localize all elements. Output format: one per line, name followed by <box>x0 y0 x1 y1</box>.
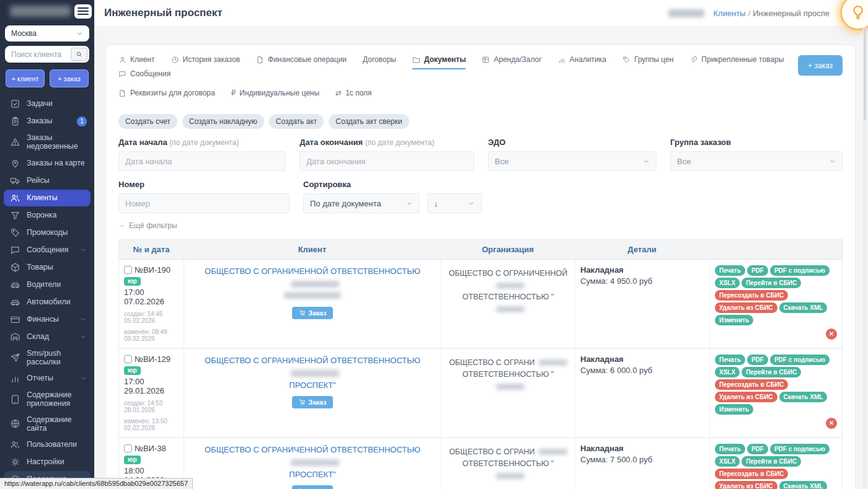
client-link[interactable]: ОБЩЕСТВО С ОГРАНИЧЕННОЙ ОТВЕТСТВЕННОСТЬЮ… <box>189 355 436 392</box>
sidebar-item[interactable]: Водители <box>4 276 91 293</box>
action-button[interactable]: Изменить <box>715 404 753 415</box>
tab[interactable]: История заказов <box>171 55 241 69</box>
tab[interactable]: Документы <box>412 55 466 69</box>
column-header: № и дата <box>119 240 184 259</box>
action-button[interactable]: PDF <box>747 355 768 365</box>
action-button[interactable]: Печать <box>715 265 745 276</box>
sidebar-item[interactable]: Финансы <box>4 311 91 328</box>
tab[interactable]: Аналитика <box>558 55 606 69</box>
sidebar-item[interactable]: Заказы недовезенные <box>4 130 91 154</box>
sidebar-item[interactable]: Отчеты <box>4 370 91 387</box>
action-button[interactable]: Печать <box>715 444 745 454</box>
action-button[interactable]: Удалить из СБИС <box>715 392 777 402</box>
search-button[interactable] <box>71 48 87 61</box>
delete-button[interactable]: ✕ <box>826 328 837 340</box>
tab-label: Сообщения <box>130 69 170 78</box>
sidebar-item[interactable]: Автомобили <box>4 294 91 311</box>
breadcrumb-clients-link[interactable]: Клиенты <box>713 9 745 18</box>
sort-select[interactable]: По дате документа <box>303 193 420 213</box>
action-button[interactable]: XSLX <box>715 367 740 377</box>
row-checkbox[interactable] <box>124 266 132 274</box>
menu-toggle-button[interactable] <box>74 4 92 19</box>
more-filters-toggle[interactable]: Ещё фильтры <box>118 221 177 230</box>
tab[interactable]: Группы цен <box>622 55 673 69</box>
tab[interactable]: Аренда/Залог <box>482 55 541 69</box>
create-document-button[interactable]: Создать акт сверки <box>329 114 409 129</box>
client-search-input[interactable] <box>11 50 71 59</box>
action-button[interactable]: Перейти в СБИС <box>742 456 801 467</box>
action-button[interactable]: Перейти в СБИС <box>742 278 801 288</box>
action-button[interactable]: Удалить из СБИС <box>715 302 777 313</box>
add-order-button-main[interactable]: + заказ <box>798 55 843 76</box>
sidebar-item[interactable]: Заказы на карте <box>4 155 91 172</box>
sidebar-item[interactable]: Клиенты <box>4 190 91 206</box>
action-button[interactable]: Печать <box>715 355 745 365</box>
action-button[interactable]: Пересоздать в СБИС <box>715 469 788 479</box>
edo-select[interactable]: Все <box>488 151 657 171</box>
tab[interactable]: Сообщения <box>118 69 170 84</box>
sidebar-item[interactable]: Содержание приложения <box>4 387 91 412</box>
sidebar-item[interactable]: Sms/push рассылки <box>4 346 91 370</box>
action-button[interactable]: Скачать XML <box>779 392 828 402</box>
action-button[interactable]: PDF с подписью <box>770 265 830 276</box>
sidebar-item[interactable]: Рейсы <box>4 172 91 189</box>
action-button[interactable]: PDF <box>747 265 768 276</box>
action-button[interactable]: PDF с подписью <box>770 355 830 365</box>
tab[interactable]: ⇄ 1с поля <box>335 89 371 103</box>
add-client-button[interactable]: + клиент <box>6 69 45 87</box>
sidebar-item[interactable]: Содержание сайта <box>4 412 91 436</box>
sidebar-item-label: Sms/push рассылки <box>27 349 87 367</box>
tab[interactable]: ₽ Индивидуальные цены <box>231 89 319 103</box>
client-link[interactable]: ОБЩЕСТВО С ОГРАНИЧЕННОЙ ОТВЕТСТВЕННОСТЬЮ <box>189 265 436 302</box>
redacted-text <box>496 384 525 390</box>
order-group-select[interactable]: Все <box>670 151 843 171</box>
action-button[interactable]: Скачать XML <box>779 302 828 313</box>
document-type: Накладная <box>580 265 704 275</box>
delete-button[interactable]: ✕ <box>826 418 837 429</box>
tab[interactable]: Клиент <box>118 55 155 69</box>
sidebar-item[interactable]: Задачи <box>4 95 91 112</box>
sidebar-item[interactable]: Склад <box>4 328 91 345</box>
action-button[interactable]: PDF с подписью <box>770 444 830 454</box>
sidebar-item[interactable]: Товары <box>4 259 91 276</box>
action-button[interactable]: XSLX <box>715 456 740 467</box>
action-button[interactable]: Пересоздать в СБИС <box>715 290 788 301</box>
sidebar-item[interactable]: Воронка <box>4 207 91 224</box>
tab[interactable]: Финансовые операции <box>256 55 347 69</box>
action-button[interactable]: Скачать XML <box>779 481 828 489</box>
order-button[interactable]: Заказ <box>292 485 334 489</box>
date-end-input[interactable] <box>299 151 474 171</box>
action-button[interactable]: Изменить <box>715 315 753 325</box>
sidebar-item[interactable]: Пользователи <box>4 436 91 453</box>
sidebar-item[interactable]: Настройки <box>4 454 91 470</box>
action-button[interactable]: Удалить из СБИС <box>715 481 777 489</box>
date-start-input[interactable] <box>118 151 286 171</box>
create-document-button[interactable]: Создать акт <box>269 114 324 129</box>
scrollbar[interactable] <box>863 27 867 489</box>
order-button[interactable]: Заказ <box>292 307 334 319</box>
sidebar-item[interactable]: Заказы 1 <box>4 113 91 130</box>
sidebar-item[interactable]: Промокоды <box>4 224 91 241</box>
city-select[interactable]: Москва <box>5 25 89 42</box>
row-checkbox[interactable] <box>124 444 132 452</box>
action-button[interactable]: PDF <box>747 444 768 454</box>
cart-icon <box>299 309 306 316</box>
modified-timestamp: изменён: 08:49 09.02.2026 <box>124 328 179 342</box>
add-order-button[interactable]: + заказ <box>50 69 89 87</box>
sidebar-item-icon <box>10 210 20 221</box>
tab[interactable]: Реквизиты для договора <box>118 89 215 103</box>
create-document-button[interactable]: Создать счет <box>118 114 177 129</box>
tab[interactable]: Прикрепленные товары <box>689 55 784 69</box>
action-button[interactable]: XSLX <box>715 278 740 288</box>
sort-direction-select[interactable]: ↓ <box>427 193 482 213</box>
row-checkbox[interactable] <box>124 355 132 363</box>
action-button[interactable]: Пересоздать в СБИС <box>715 379 788 390</box>
tab[interactable]: Договоры <box>363 55 396 69</box>
help-lightbulb-button[interactable] <box>842 0 868 29</box>
order-button[interactable]: Заказ <box>292 396 334 408</box>
sidebar-item[interactable]: Сообщения <box>4 242 91 258</box>
create-document-button[interactable]: Создать накладную <box>182 114 264 129</box>
client-link[interactable]: ОБЩЕСТВО С ОГРАНИЧЕННОЙ ОТВЕТСТВЕННОСТЬЮ… <box>189 444 436 481</box>
number-input[interactable] <box>118 193 290 213</box>
action-button[interactable]: Перейти в СБИС <box>742 367 801 377</box>
